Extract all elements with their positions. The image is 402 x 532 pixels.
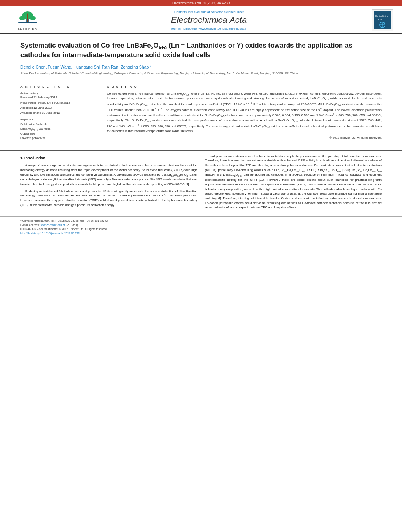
journal-title: Electrochimica Acta — [49, 15, 368, 25]
homepage-url[interactable]: www.elsevier.com/locate/electacta — [199, 27, 246, 30]
section1-number: 1. — [20, 156, 24, 160]
journal-citation: Electrochimica Acta 78 (2012) 466–474 — [172, 1, 230, 5]
page-wrapper: Electrochimica Acta 78 (2012) 466–474 EL… — [0, 0, 402, 237]
footnote-issn: 0013-4686/$ – see front matter © 2012 El… — [20, 227, 382, 232]
col-right: and polarization resistance are too larg… — [205, 154, 382, 212]
keyword1: Solid oxide fuel cells — [20, 122, 47, 126]
elsevier-tree-icon — [16, 11, 39, 26]
elsevier-logo-container: ELSEVIER — [6, 11, 49, 30]
top-bar: Electrochimica Acta 78 (2012) 466–474 — [0, 0, 402, 6]
footnote-email-address[interactable]: shanzp@njut.edu.cn — [41, 224, 66, 226]
journal-logo-box: Electrochimica Acta — [372, 9, 393, 31]
available-online: Available online 30 June 2012 — [20, 111, 91, 115]
article-affiliation: State Key Laboratory of Materials-Orient… — [20, 71, 382, 76]
journal-homepage: journal homepage: www.elsevier.com/locat… — [49, 27, 368, 30]
abstract-heading: A B S T R A C T — [107, 85, 382, 89]
journal-logo-right: Electrochimica Acta — [368, 9, 396, 31]
article-authors: Dengjie Chen, Fucun Wang, Huangang Shi, … — [20, 65, 382, 69]
sciverse-info: Contents lists available at SciVerse Sci… — [49, 10, 368, 14]
journal-header: ELSEVIER Contents lists available at Sci… — [0, 6, 402, 34]
svg-text:Acta: Acta — [378, 18, 382, 20]
article-title: Systematic evaluation of Co-free LnBaFe2… — [20, 41, 382, 60]
body-para-1: A range of new energy conversion technol… — [20, 163, 197, 186]
info-section: A R T I C L E I N F O Article history: R… — [20, 82, 382, 141]
footnote-section: * Corresponding author. Tel.: +86 25 831… — [0, 216, 402, 237]
article-info-col: A R T I C L E I N F O Article history: R… — [20, 85, 97, 141]
article-content: Systematic evaluation of Co-free LnBaFe2… — [0, 34, 402, 150]
abstract-col: A B S T R A C T Co-free oxides with a no… — [107, 85, 382, 141]
homepage-label: journal homepage: — [171, 27, 197, 30]
keywords-label: Keywords: — [20, 118, 91, 121]
svg-rect-0 — [18, 22, 37, 23]
footnote-corresponding: * Corresponding author. Tel.: +86 25 831… — [20, 219, 382, 223]
article-info-heading: A R T I C L E I N F O — [20, 85, 91, 89]
sciverse-link[interactable]: SciVerse ScienceDirect — [211, 10, 244, 14]
elsevier-label: ELSEVIER — [18, 27, 37, 30]
keywords-values: Solid oxide fuel cells LnBaFe2O5+δ catho… — [20, 122, 91, 141]
received2: Received in revised form 9 June 2012 — [20, 101, 91, 104]
two-col-layout: 1. Introduction A range of new energy co… — [20, 154, 382, 212]
keyword3: Cobalt-free — [20, 132, 35, 135]
svg-text:Electrochimica: Electrochimica — [375, 15, 388, 17]
history-label: Article history: — [20, 91, 91, 95]
col-left: 1. Introduction A range of new energy co… — [20, 154, 197, 212]
svg-point-3 — [19, 16, 25, 20]
svg-rect-5 — [27, 14, 28, 22]
body-para-3: and polarization resistance are too larg… — [205, 154, 382, 210]
journal-logo-svg: Electrochimica Acta — [374, 11, 391, 29]
accepted: Accepted 12 June 2012 — [20, 106, 91, 109]
keyword4: Layered perovskite — [20, 136, 45, 140]
body-section: 1. Introduction A range of new energy co… — [0, 150, 402, 216]
footnote-doi: http://dx.doi.org/10.1016/j.electacta.20… — [20, 232, 382, 236]
doi-link[interactable]: http://dx.doi.org/10.1016/j.electacta.20… — [20, 232, 80, 235]
copyright-line: © 2012 Elsevier Ltd. All rights reserved… — [107, 136, 382, 139]
section1-heading: 1. Introduction — [20, 156, 197, 161]
journal-header-center: Contents lists available at SciVerse Sci… — [49, 10, 368, 30]
sciverse-text: Contents lists available at — [174, 10, 210, 14]
abstract-text: Co-free oxides with a nominal compositio… — [107, 91, 382, 133]
received1: Received 21 February 2012 — [20, 96, 91, 99]
section1-title: Introduction — [24, 156, 45, 160]
svg-point-4 — [30, 16, 36, 20]
body-para-2: Reducing materials and fabrication costs… — [20, 189, 197, 208]
footnote-email: E-mail address: shanzp@njut.edu.cn (Z. S… — [20, 223, 382, 228]
